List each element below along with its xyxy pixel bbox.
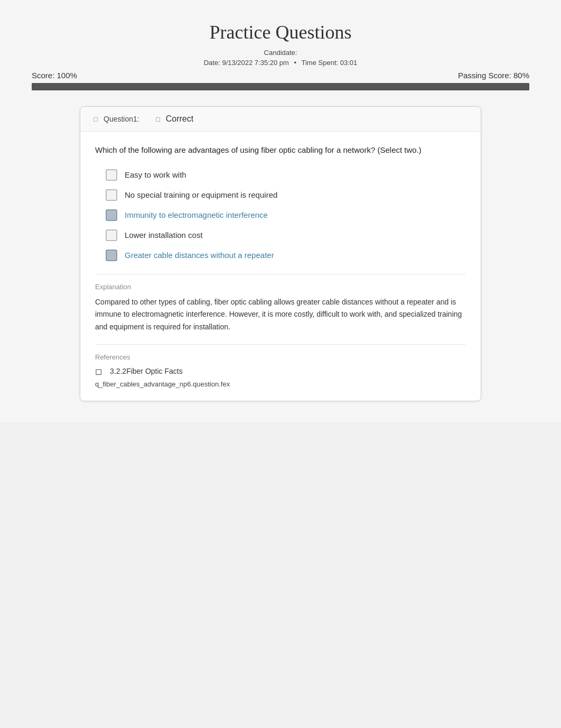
score-value: 100% bbox=[57, 71, 77, 80]
score-display: Score: 100% bbox=[32, 71, 77, 80]
dot-separator: • bbox=[294, 59, 297, 67]
explanation-divider bbox=[95, 274, 466, 274]
checkbox-b[interactable] bbox=[106, 189, 117, 201]
question-header: ◻ Question1: ◻ Correct bbox=[80, 107, 481, 132]
time-label: Time Spent: 03:01 bbox=[302, 59, 358, 67]
question-status: ◻ Correct bbox=[155, 114, 193, 124]
progress-bar-fill bbox=[32, 83, 529, 90]
date-label: Date: 9/13/2022 7:35:20 pm bbox=[204, 59, 289, 67]
answer-options: Easy to work with No special training or… bbox=[95, 169, 466, 261]
checkbox-d[interactable] bbox=[106, 229, 117, 241]
candidate-line: Candidate: bbox=[32, 49, 529, 57]
answer-option-e: Greater cable distances without a repeat… bbox=[106, 250, 466, 261]
answer-label-a: Easy to work with bbox=[125, 170, 186, 179]
question-body: Which of the following are advantages of… bbox=[80, 132, 481, 261]
explanation-section: Explanation Compared to other types of c… bbox=[80, 274, 481, 334]
answer-label-b: No special training or equipment is requ… bbox=[125, 190, 277, 199]
answer-label-c: Immunity to electromagnetic interference bbox=[125, 210, 268, 219]
references-section: References ◻ 3.2.2Fiber Optic Facts q_fi… bbox=[80, 344, 481, 388]
question-number-icon: ◻ bbox=[93, 115, 100, 123]
score-label: Score: bbox=[32, 71, 54, 80]
answer-option-d: Lower installation cost bbox=[106, 229, 466, 241]
answer-option-c: Immunity to electromagnetic interference bbox=[106, 209, 466, 221]
checkbox-c[interactable] bbox=[106, 209, 117, 221]
reference-icon: ◻ bbox=[95, 366, 105, 376]
references-divider bbox=[95, 344, 466, 345]
page-title: Practice Questions bbox=[32, 21, 529, 43]
answer-option-a: Easy to work with bbox=[106, 169, 466, 181]
explanation-title: Explanation bbox=[95, 283, 466, 291]
explanation-text: Compared to other types of cabling, fibe… bbox=[95, 296, 466, 334]
date-line: Date: 9/13/2022 7:35:20 pm • Time Spent:… bbox=[32, 59, 529, 67]
reference-label: 3.2.2Fiber Optic Facts bbox=[110, 367, 183, 375]
question-number-label: ◻ Question1: bbox=[93, 115, 139, 123]
question-text: Which of the following are advantages of… bbox=[95, 144, 466, 156]
answer-label-d: Lower installation cost bbox=[125, 231, 203, 239]
references-title: References bbox=[95, 353, 466, 361]
score-row: Score: 100% Passing Score: 80% bbox=[32, 71, 529, 80]
question-card: ◻ Question1: ◻ Correct Which of the foll… bbox=[80, 106, 481, 401]
answer-label-e: Greater cable distances without a repeat… bbox=[125, 251, 274, 260]
reference-item: ◻ 3.2.2Fiber Optic Facts bbox=[95, 366, 466, 376]
page-wrapper: Practice Questions Candidate: Date: 9/13… bbox=[0, 0, 561, 422]
passing-display: Passing Score: 80% bbox=[458, 71, 529, 80]
answer-option-b: No special training or equipment is requ… bbox=[106, 189, 466, 201]
checkbox-a[interactable] bbox=[106, 169, 117, 181]
passing-value: 80% bbox=[513, 71, 529, 80]
filename-text: q_fiber_cables_advantage_np6.question.fe… bbox=[95, 380, 466, 388]
passing-label: Passing Score: bbox=[458, 71, 511, 80]
question-number-text: Question1: bbox=[104, 115, 139, 123]
question-status-text: Correct bbox=[166, 114, 193, 124]
question-status-icon: ◻ bbox=[155, 115, 163, 123]
checkbox-e[interactable] bbox=[106, 250, 117, 261]
progress-bar-container bbox=[32, 83, 529, 90]
